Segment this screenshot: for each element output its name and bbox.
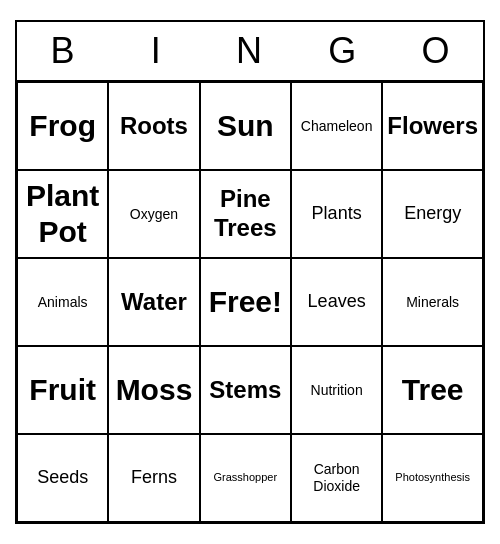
bingo-cell: Flowers	[382, 82, 483, 170]
cell-text: Sun	[217, 108, 274, 144]
cell-text: Minerals	[406, 294, 459, 311]
cell-text: Tree	[402, 372, 464, 408]
bingo-cell: Energy	[382, 170, 483, 258]
bingo-cell: PineTrees	[200, 170, 291, 258]
bingo-cell: Oxygen	[108, 170, 199, 258]
cell-text: Fruit	[29, 372, 96, 408]
cell-text: Nutrition	[311, 382, 363, 399]
bingo-cell: Stems	[200, 346, 291, 434]
header-letter: I	[110, 22, 203, 80]
cell-text: PlantPot	[26, 178, 99, 250]
bingo-card: BINGO FrogRootsSunChameleonFlowersPlantP…	[15, 20, 485, 524]
bingo-cell: Animals	[17, 258, 108, 346]
cell-text: Frog	[29, 108, 96, 144]
header-letter: O	[390, 22, 483, 80]
cell-text: Oxygen	[130, 206, 178, 223]
cell-text: PineTrees	[214, 185, 277, 243]
bingo-cell: Roots	[108, 82, 199, 170]
bingo-cell: Moss	[108, 346, 199, 434]
header-letter: G	[297, 22, 390, 80]
bingo-cell: Seeds	[17, 434, 108, 522]
cell-text: Plants	[312, 203, 362, 225]
cell-text: Seeds	[37, 467, 88, 489]
bingo-grid: FrogRootsSunChameleonFlowersPlantPotOxyg…	[17, 82, 483, 522]
bingo-cell: Sun	[200, 82, 291, 170]
bingo-cell: Plants	[291, 170, 382, 258]
bingo-cell: Free!	[200, 258, 291, 346]
cell-text: CarbonDioxide	[313, 461, 360, 495]
cell-text: Moss	[116, 372, 193, 408]
bingo-cell: Tree	[382, 346, 483, 434]
cell-text: Flowers	[387, 112, 478, 141]
cell-text: Photosynthesis	[395, 471, 470, 484]
cell-text: Energy	[404, 203, 461, 225]
bingo-cell: Water	[108, 258, 199, 346]
cell-text: Grasshopper	[214, 471, 278, 484]
bingo-cell: Fruit	[17, 346, 108, 434]
bingo-cell: Grasshopper	[200, 434, 291, 522]
cell-text: Animals	[38, 294, 88, 311]
cell-text: Roots	[120, 112, 188, 141]
bingo-cell: Ferns	[108, 434, 199, 522]
bingo-cell: Nutrition	[291, 346, 382, 434]
cell-text: Stems	[209, 376, 281, 405]
bingo-cell: Minerals	[382, 258, 483, 346]
bingo-cell: Chameleon	[291, 82, 382, 170]
bingo-cell: Frog	[17, 82, 108, 170]
cell-text: Leaves	[308, 291, 366, 313]
bingo-cell: Photosynthesis	[382, 434, 483, 522]
cell-text: Ferns	[131, 467, 177, 489]
bingo-header: BINGO	[17, 22, 483, 82]
cell-text: Free!	[209, 284, 282, 320]
cell-text: Water	[121, 288, 187, 317]
cell-text: Chameleon	[301, 118, 373, 135]
bingo-cell: PlantPot	[17, 170, 108, 258]
bingo-cell: CarbonDioxide	[291, 434, 382, 522]
bingo-cell: Leaves	[291, 258, 382, 346]
header-letter: B	[17, 22, 110, 80]
header-letter: N	[203, 22, 296, 80]
